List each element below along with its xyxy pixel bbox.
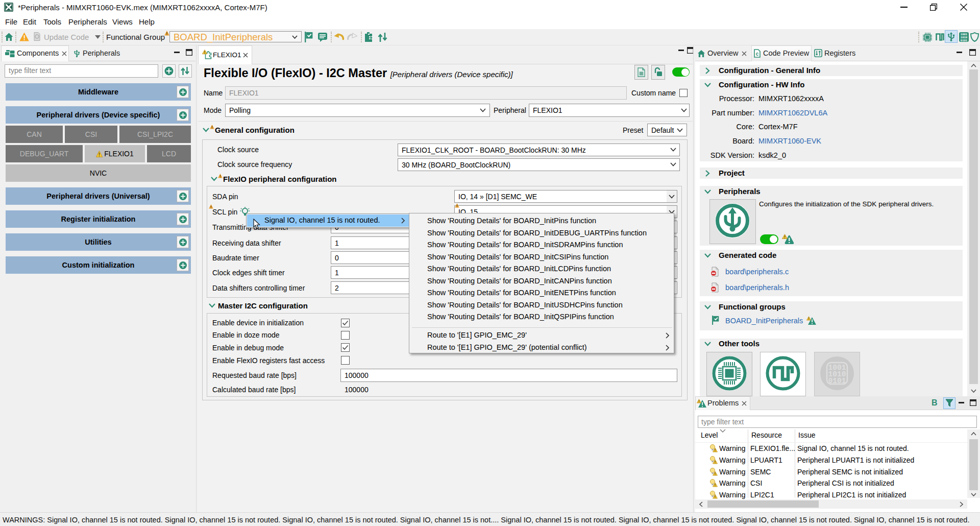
svg-text:0101: 0101	[828, 377, 846, 385]
svg-text:c: c	[756, 51, 759, 57]
svg-text:0101: 0101	[961, 39, 968, 42]
